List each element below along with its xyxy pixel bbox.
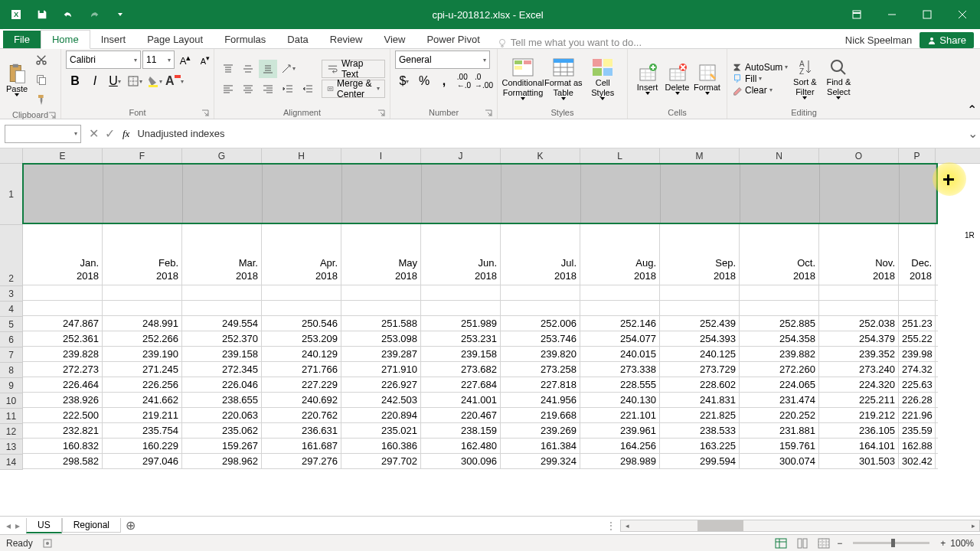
cell[interactable]: 252.266 [103, 331, 182, 346]
cell[interactable] [262, 285, 341, 300]
cell[interactable]: 224.065 [740, 377, 819, 392]
cell-styles-button[interactable]: Cell Styles [583, 57, 623, 99]
cell[interactable]: 226.464 [23, 377, 103, 392]
cut-button[interactable] [32, 51, 51, 69]
close-icon[interactable] [945, 0, 980, 29]
cell[interactable]: 301.503 [819, 454, 899, 468]
cell[interactable]: 241.831 [660, 393, 740, 407]
cell[interactable] [580, 285, 660, 300]
cell[interactable]: 251.588 [341, 316, 421, 331]
cell[interactable]: 298.582 [23, 454, 103, 468]
cell[interactable] [103, 165, 183, 223]
horizontal-scrollbar[interactable]: ◂ ▸ [620, 520, 980, 532]
cell[interactable]: 297.702 [341, 454, 421, 468]
fill-button[interactable]: Fill▾ [732, 73, 788, 84]
cell[interactable]: 255.22 [899, 331, 936, 346]
view-page-layout-icon[interactable] [794, 536, 811, 550]
save-icon[interactable] [31, 3, 54, 26]
cell[interactable]: 219.668 [501, 408, 580, 422]
cell[interactable]: 273.682 [421, 362, 501, 377]
cell[interactable]: 161.384 [501, 439, 580, 453]
cell[interactable]: Apr.2018 [262, 224, 341, 285]
cell[interactable]: 228.555 [580, 377, 660, 392]
cell[interactable]: 300.074 [740, 454, 819, 468]
bold-button[interactable]: B [66, 72, 84, 90]
merge-center-button[interactable]: Merge & Center▾ [322, 80, 385, 98]
cell[interactable]: 219.211 [103, 408, 182, 422]
increase-indent-button[interactable] [299, 80, 317, 98]
cell[interactable]: 227.229 [262, 377, 341, 392]
cancel-formula-icon[interactable]: ✕ [89, 126, 99, 141]
sort-filter-button[interactable]: AZSort & Filter [788, 57, 822, 99]
row-header[interactable]: 8 [0, 363, 23, 378]
name-box[interactable]: ▾ [5, 125, 81, 143]
cell[interactable]: 254.393 [660, 331, 740, 346]
number-launcher-icon[interactable] [485, 109, 492, 117]
cell[interactable] [740, 301, 819, 315]
minimize-icon[interactable] [874, 0, 910, 29]
italic-button[interactable]: I [86, 72, 104, 90]
cell[interactable] [660, 285, 740, 300]
wrap-text-button[interactable]: Wrap Text [322, 60, 385, 78]
format-as-table-button[interactable]: Format as Table [544, 57, 583, 99]
cell[interactable]: 239.961 [580, 423, 660, 438]
tell-me-search[interactable]: Tell me what you want to do... [491, 37, 648, 48]
cell[interactable]: 239.287 [341, 347, 421, 361]
cell[interactable] [740, 285, 819, 300]
align-top-button[interactable] [219, 60, 237, 78]
cell[interactable] [342, 165, 422, 223]
cell[interactable]: 236.105 [819, 423, 899, 438]
cell[interactable]: 299.324 [501, 454, 580, 468]
cell[interactable]: 298.989 [580, 454, 660, 468]
cell[interactable]: 252.146 [580, 316, 660, 331]
cell[interactable]: 252.370 [182, 331, 262, 346]
cell[interactable] [580, 301, 660, 315]
cell[interactable]: 228.602 [660, 377, 740, 392]
align-center-button[interactable] [239, 80, 257, 98]
cell[interactable]: 238.926 [23, 393, 103, 407]
tab-insert[interactable]: Insert [90, 31, 137, 48]
cell[interactable]: 160.386 [341, 439, 421, 453]
row-header[interactable]: 10 [0, 393, 23, 409]
cell[interactable]: 252.361 [23, 331, 103, 346]
cell[interactable]: Jun.2018 [421, 224, 501, 285]
cell[interactable]: 235.021 [341, 423, 421, 438]
cell[interactable]: 240.130 [580, 393, 660, 407]
cell[interactable]: Jul.2018 [501, 224, 580, 285]
cell[interactable]: 220.894 [341, 408, 421, 422]
cell[interactable]: 227.684 [421, 377, 501, 392]
column-header[interactable]: P [899, 148, 936, 163]
cell[interactable]: 231.881 [740, 423, 819, 438]
cell[interactable]: 239.158 [421, 347, 501, 361]
row-header[interactable]: 3 [0, 286, 23, 302]
accounting-format-button[interactable]: $▾ [395, 72, 413, 90]
cell[interactable]: 272.260 [740, 362, 819, 377]
cell[interactable]: 298.962 [182, 454, 262, 468]
tab-formulas[interactable]: Formulas [214, 31, 276, 48]
cell[interactable] [501, 165, 581, 223]
cell[interactable] [900, 165, 936, 223]
cell[interactable] [103, 285, 182, 300]
cell[interactable]: May2018 [341, 224, 421, 285]
row-header[interactable]: 5 [0, 317, 23, 332]
clipboard-launcher-icon[interactable] [48, 112, 56, 119]
cell[interactable] [341, 285, 421, 300]
cell[interactable]: 221.825 [660, 408, 740, 422]
cell[interactable]: 239.882 [740, 347, 819, 361]
cell[interactable]: 248.991 [103, 316, 182, 331]
cell[interactable] [899, 285, 936, 300]
cell[interactable] [899, 301, 936, 315]
cell[interactable]: 239.158 [182, 347, 262, 361]
sheet-nav-next-icon[interactable]: ▸ [15, 520, 20, 531]
cell[interactable]: 272.273 [23, 362, 103, 377]
cell[interactable]: Jan.2018 [23, 224, 103, 285]
cell[interactable]: Oct.2018 [740, 224, 819, 285]
cell[interactable]: 225.63 [899, 377, 936, 392]
cell[interactable]: 224.320 [819, 377, 899, 392]
row-header[interactable]: 7 [0, 347, 23, 363]
macro-record-icon[interactable] [42, 538, 53, 549]
cell[interactable]: 162.88 [899, 439, 936, 453]
cell[interactable]: 272.345 [182, 362, 262, 377]
cell[interactable]: Feb.2018 [103, 224, 182, 285]
alignment-launcher-icon[interactable] [377, 109, 385, 117]
